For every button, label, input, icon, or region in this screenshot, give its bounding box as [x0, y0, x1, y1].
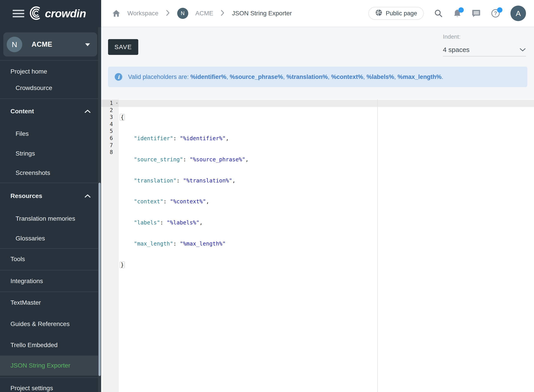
indent-select[interactable]: 4 spaces	[443, 44, 526, 56]
divider	[0, 60, 101, 61]
line-number: 6	[102, 135, 119, 142]
sidebar-item-json-string-exporter[interactable]: JSON String Exporter	[0, 355, 101, 376]
user-avatar[interactable]: A	[511, 5, 526, 21]
caret-down-icon	[85, 43, 90, 46]
chevron-up-icon	[84, 108, 91, 115]
code-line: "identifier": "%identifier%",	[121, 135, 248, 142]
line-number: 3	[102, 114, 119, 121]
sidebar-item-tools[interactable]: Tools	[0, 252, 101, 266]
help-icon[interactable]: ?	[491, 9, 500, 18]
sidebar-item-crowdsource[interactable]: Crowdsource	[0, 81, 101, 95]
sidebar-item-project-settings[interactable]: Project settings	[0, 382, 101, 392]
line-number: 7	[102, 142, 119, 149]
sidebar-scrollbar-thumb[interactable]	[98, 183, 101, 376]
chevron-right-icon	[220, 9, 225, 17]
sidebar-item-screenshots[interactable]: Screenshots	[0, 166, 101, 180]
top-bar: Workspace N ACME JSON String Exporter Pu…	[101, 0, 534, 27]
indent-value: 4 spaces	[443, 46, 469, 54]
svg-text:?: ?	[494, 10, 497, 16]
line-number: 5	[102, 128, 119, 135]
sidebar-item-strings[interactable]: Strings	[0, 147, 101, 160]
code-line: "source_string": "%source_phrase%",	[121, 156, 248, 163]
project-switcher[interactable]: N ACME	[3, 33, 97, 56]
chevron-right-icon	[166, 9, 170, 17]
code-editor[interactable]: 1▾ 2 3 4 5 6 7 8 { "identifier": "%ident…	[101, 99, 534, 392]
breadcrumb-page-title: JSON String Exporter	[232, 10, 292, 17]
editor-code[interactable]: { "identifier": "%identifier%", "source_…	[121, 100, 248, 282]
code-line: "labels": "%labels%",	[121, 219, 248, 226]
sidebar-item-translation-memories[interactable]: Translation memories	[0, 212, 101, 225]
info-icon: i	[115, 73, 122, 81]
top-bar-actions: Public page ? A	[368, 5, 526, 21]
code-fold-icon[interactable]: ▾	[116, 100, 118, 107]
notification-badge-dot	[459, 7, 464, 13]
chevron-down-icon	[519, 47, 526, 52]
sidebar-item-glossaries[interactable]: Glossaries	[0, 232, 101, 245]
sidebar-item-trello-embedded[interactable]: Trello Embedded	[0, 338, 101, 352]
sidebar-item-project-home[interactable]: Project home	[0, 65, 101, 78]
divider	[0, 98, 101, 99]
crowdin-logo-icon	[28, 6, 43, 21]
globe-icon	[375, 9, 383, 18]
crowdin-logo[interactable]: crowdin	[28, 6, 86, 21]
sidebar-scrollbar[interactable]	[98, 27, 101, 392]
editor-print-margin	[377, 99, 378, 392]
sidebar-section-resources[interactable]: Resources	[0, 189, 101, 203]
hamburger-menu-icon[interactable]	[13, 10, 24, 18]
help-badge-dot	[497, 7, 502, 13]
crowdin-wordmark: crowdin	[45, 7, 86, 20]
notifications-bell-icon[interactable]	[453, 9, 462, 18]
public-page-button[interactable]: Public page	[368, 7, 424, 20]
messages-icon[interactable]	[472, 9, 481, 18]
chevron-up-icon	[84, 192, 91, 200]
divider	[0, 292, 101, 292]
code-line: {	[121, 114, 248, 121]
breadcrumb-workspace[interactable]: Workspace	[127, 10, 159, 17]
divider	[0, 248, 101, 249]
editor-line-numbers: 1▾ 2 3 4 5 6 7 8	[102, 100, 119, 156]
info-banner: i Valid placeholders are: %identifier%, …	[108, 67, 527, 87]
code-line: "max_length": "%max_length%"	[121, 240, 248, 247]
sidebar-section-content[interactable]: Content	[0, 105, 101, 118]
home-icon[interactable]	[112, 9, 120, 17]
info-banner-text: Valid placeholders are: %identifier%, %s…	[128, 74, 443, 80]
project-name: ACME	[32, 40, 52, 48]
sidebar-item-textmaster[interactable]: TextMaster	[0, 296, 101, 309]
divider	[0, 183, 101, 183]
sidebar-item-guides-references[interactable]: Guides & References	[0, 317, 101, 331]
line-number: 2	[102, 107, 119, 114]
line-number: 8	[102, 149, 119, 156]
sidebar-item-files[interactable]: Files	[0, 127, 101, 140]
line-number: 1▾	[102, 100, 119, 107]
divider	[0, 270, 101, 271]
save-button[interactable]: SAVE	[108, 39, 138, 55]
sidebar: crowdin N ACME Project home Crowdsource …	[0, 0, 101, 392]
breadcrumb-project-avatar: N	[177, 8, 188, 19]
search-icon[interactable]	[434, 9, 443, 18]
sidebar-item-integrations[interactable]: Integrations	[0, 275, 101, 288]
app-root: crowdin N ACME Project home Crowdsource …	[0, 0, 534, 392]
code-line: "context": "%context%",	[121, 198, 248, 205]
breadcrumb-project[interactable]: ACME	[195, 10, 213, 17]
project-avatar: N	[7, 37, 22, 52]
divider	[0, 377, 101, 378]
line-number: 4	[102, 121, 119, 128]
code-line: }	[121, 261, 248, 268]
code-line: "translation": "%translation%",	[121, 177, 248, 184]
indent-label: Indent:	[443, 33, 461, 40]
breadcrumb: Workspace N ACME JSON String Exporter	[112, 8, 292, 19]
